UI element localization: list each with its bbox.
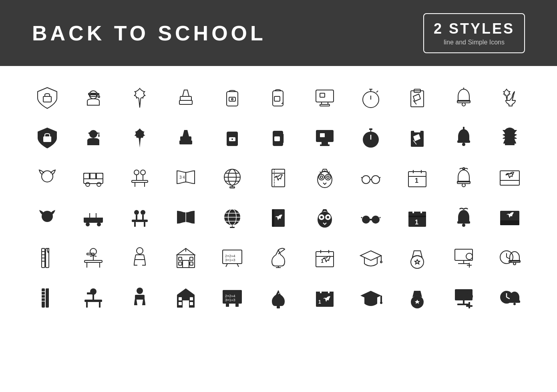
svg-rect-123 [272, 209, 274, 227]
svg-rect-204 [99, 302, 101, 308]
svg-text:3×1=3: 3×1=3 [225, 298, 235, 302]
svg-rect-131 [370, 219, 372, 220]
icon-school-bus-outline [73, 160, 113, 196]
svg-rect-143 [500, 220, 519, 225]
svg-rect-227 [380, 296, 382, 302]
svg-rect-44 [320, 133, 325, 137]
svg-point-105 [97, 222, 101, 226]
icon-clipboard-feather-filled [397, 120, 437, 156]
icon-student-graduation-outline [73, 80, 113, 116]
svg-marker-150 [47, 248, 49, 252]
svg-rect-222 [316, 292, 334, 297]
svg-rect-56 [84, 173, 89, 179]
svg-rect-47 [370, 130, 371, 132]
icon-head-leaves-outline [27, 160, 67, 196]
icon-stopwatch-outline [351, 80, 391, 116]
icon-stacked-books-filled [166, 120, 206, 156]
icon-chalkboard-math-filled: 2×2=43×1=3 [212, 280, 252, 316]
svg-rect-51 [457, 140, 470, 143]
svg-rect-205 [92, 294, 94, 300]
icon-feather-vase-outline [258, 240, 298, 276]
svg-rect-218 [226, 304, 229, 307]
icon-notebook-leaf-filled [258, 200, 298, 236]
svg-rect-110 [134, 222, 136, 227]
icon-presenter-board-outline [444, 240, 484, 276]
svg-point-108 [141, 210, 145, 215]
svg-point-156 [137, 248, 143, 254]
icon-school-building-outline [166, 240, 206, 276]
icon-award-medal-outline [397, 240, 437, 276]
icon-backpack-side-outline [258, 80, 298, 116]
svg-point-104 [86, 222, 90, 226]
row-5-outline: 2×2=43×1=3 1 [24, 238, 533, 278]
svg-rect-113 [142, 215, 144, 220]
icon-notebook-leaf-outline [258, 160, 298, 196]
badge-styles-label: 2 STYLES [434, 20, 515, 37]
svg-marker-181 [415, 260, 420, 264]
svg-rect-233 [457, 304, 469, 305]
svg-rect-182 [455, 249, 473, 260]
svg-text:3 4: 3 4 [179, 175, 185, 180]
page-title: BACK TO SCHOOL [32, 21, 266, 45]
svg-point-127 [320, 216, 323, 218]
icon-student-graduation-filled [73, 120, 113, 156]
svg-rect-53 [463, 127, 465, 130]
svg-text:1: 1 [318, 299, 321, 305]
svg-rect-16 [320, 93, 325, 97]
icon-student-at-desk-filled [73, 280, 113, 316]
icon-calendar-1-filled: 1 [397, 200, 437, 236]
svg-point-130 [372, 216, 380, 224]
svg-rect-43 [320, 144, 330, 146]
icon-glasses-filled [351, 200, 391, 236]
icon-shield-graduation-outline [27, 80, 67, 116]
svg-rect-111 [144, 222, 145, 227]
icon-presenter-board-filled [444, 280, 484, 316]
icon-school-building-filled [166, 280, 206, 316]
svg-point-179 [380, 261, 382, 263]
icon-graduation-cap-filled [351, 280, 391, 316]
svg-rect-120 [230, 227, 235, 228]
svg-rect-136 [412, 209, 414, 213]
row-6-filled: 2×2=43×1=3 1 [24, 278, 533, 318]
svg-rect-49 [414, 129, 420, 132]
svg-line-190 [507, 257, 510, 259]
styles-badge: 2 STYLES line and Simple Icons [423, 13, 525, 53]
svg-rect-112 [136, 215, 137, 220]
svg-point-63 [141, 170, 145, 175]
icon-maple-bell-filled [490, 120, 530, 156]
icon-picture-leaf-outline [490, 160, 530, 196]
icon-owl-filled [305, 200, 345, 236]
svg-line-132 [361, 217, 362, 218]
svg-rect-42 [322, 142, 328, 144]
svg-point-206 [137, 288, 143, 294]
icon-clock-bell-filled [490, 280, 530, 316]
svg-point-38 [231, 138, 233, 140]
svg-text:3×1=3: 3×1=3 [225, 258, 235, 262]
icon-calendar-leaf-outline: 1 [305, 240, 345, 276]
icon-ruler-pencil-filled [27, 280, 67, 316]
svg-rect-7 [180, 96, 191, 100]
icon-stopwatch-filled [351, 120, 391, 156]
icon-award-medal-filled [397, 280, 437, 316]
svg-point-82 [320, 176, 323, 178]
svg-rect-29 [43, 136, 51, 142]
svg-marker-209 [177, 288, 195, 295]
icon-computer-monitor-filled [305, 120, 345, 156]
icon-open-book-math-filled [166, 200, 206, 236]
icons-area: 3 4 1 [0, 66, 557, 330]
svg-rect-161 [190, 257, 193, 260]
svg-rect-219 [235, 304, 239, 307]
svg-point-228 [380, 302, 382, 304]
svg-rect-213 [179, 302, 182, 305]
icon-student-standing-filled [120, 280, 160, 316]
svg-rect-240 [509, 300, 520, 303]
svg-line-169 [237, 264, 239, 267]
svg-point-124 [318, 212, 332, 228]
svg-rect-212 [190, 297, 193, 300]
icon-clipboard-feather-outline [397, 80, 437, 116]
svg-rect-203 [86, 302, 88, 308]
icon-backpack-side-filled [258, 120, 298, 156]
icon-students-desk-outline [120, 160, 160, 196]
row-1-outline [24, 78, 533, 118]
svg-point-26 [462, 103, 465, 106]
